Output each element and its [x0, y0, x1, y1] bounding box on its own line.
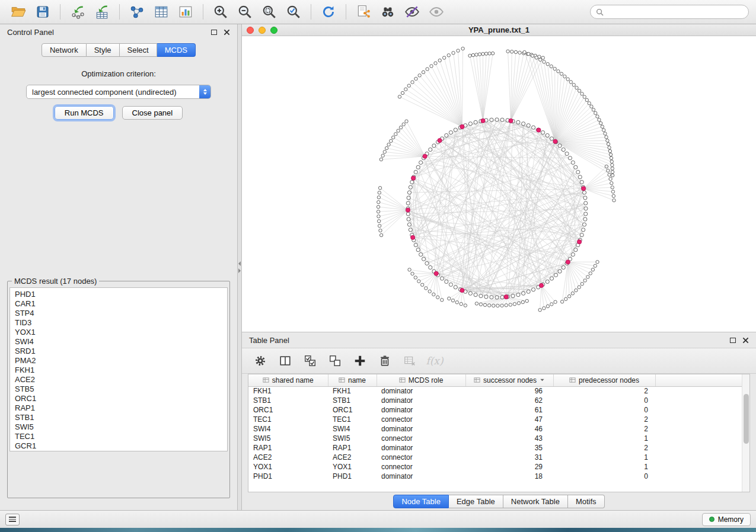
table-row[interactable]: SWI5SWI5connector431 [248, 434, 743, 443]
float-table-panel-icon[interactable] [730, 338, 736, 343]
mcds-result-item[interactable]: PMA2 [10, 356, 227, 366]
cell-name[interactable]: ORC1 [328, 405, 377, 415]
cell-role[interactable]: dominator [377, 405, 465, 415]
cell-name[interactable]: SWI5 [328, 434, 377, 443]
cell-shared-name[interactable]: TEC1 [248, 415, 328, 424]
cell-pred[interactable]: 1 [553, 462, 655, 472]
cell-pred[interactable]: 0 [553, 405, 655, 415]
table-row[interactable]: SWI4SWI4dominator462 [248, 424, 743, 434]
cell-role[interactable]: connector [377, 462, 465, 472]
hide-panels-button[interactable] [401, 2, 423, 21]
table-settings-button[interactable] [250, 352, 270, 370]
cell-role[interactable]: dominator [377, 386, 465, 396]
cell-succ[interactable]: 29 [465, 462, 553, 472]
cell-pred[interactable]: 2 [553, 386, 655, 396]
mcds-result-item[interactable]: FKH1 [10, 366, 227, 375]
open-session-button[interactable] [7, 2, 30, 21]
network-graph[interactable] [242, 36, 756, 332]
column-header-mcds-role[interactable]: MCDS role [377, 374, 465, 386]
table-row[interactable]: PHD1PHD1dominator180 [248, 472, 743, 481]
cell-name[interactable]: YOX1 [328, 462, 377, 472]
table-row[interactable]: ACE2ACE2connector311 [248, 453, 743, 462]
minimize-window-button[interactable] [259, 27, 266, 34]
cell-name[interactable]: PHD1 [328, 472, 377, 481]
panel-splitter[interactable] [237, 24, 242, 510]
table-row[interactable]: STB1STB1dominator620 [248, 396, 743, 405]
mcds-result-item[interactable]: SWI4 [10, 337, 227, 347]
cell-pred[interactable]: 2 [553, 443, 655, 453]
cell-succ[interactable]: 35 [465, 443, 553, 453]
run-mcds-button[interactable]: Run MCDS [55, 106, 114, 120]
zoom-fit-button[interactable] [258, 2, 280, 21]
cell-succ[interactable]: 47 [465, 415, 553, 424]
close-panel-button[interactable]: Close panel [122, 106, 183, 120]
memory-button[interactable]: Memory [702, 513, 751, 526]
mcds-result-item[interactable]: SRD1 [10, 347, 227, 356]
cell-name[interactable]: STB1 [328, 396, 377, 405]
table-row[interactable]: YOX1YOX1connector291 [248, 462, 743, 472]
deselect-all-button[interactable] [325, 352, 345, 370]
mcds-result-item[interactable]: SWI5 [10, 422, 227, 432]
column-header-predecessor-nodes[interactable]: predecessor nodes [553, 374, 655, 386]
cell-role[interactable]: dominator [377, 472, 465, 481]
collapse-left-icon[interactable] [238, 261, 241, 266]
cell-pred[interactable]: 1 [553, 434, 655, 443]
close-panel-icon[interactable] [224, 29, 230, 36]
cell-role[interactable]: dominator [377, 424, 465, 434]
save-session-button[interactable] [31, 2, 54, 21]
cell-name[interactable]: FKH1 [328, 386, 377, 396]
mcds-result-item[interactable]: RAP1 [10, 403, 227, 413]
tab-network[interactable]: Network [42, 43, 87, 57]
cell-succ[interactable]: 62 [465, 396, 553, 405]
cell-name[interactable]: RAP1 [328, 443, 377, 453]
cell-role[interactable]: dominator [377, 443, 465, 453]
cell-pred[interactable]: 0 [553, 396, 655, 405]
mcds-result-item[interactable]: PHD1 [10, 290, 227, 299]
cell-pred[interactable]: 2 [553, 415, 655, 424]
cell-role[interactable]: dominator [377, 396, 465, 405]
add-row-button[interactable] [350, 352, 370, 370]
cell-pred[interactable]: 1 [553, 453, 655, 462]
cell-shared-name[interactable]: YOX1 [248, 462, 328, 472]
table-row[interactable]: TEC1TEC1connector472 [248, 415, 743, 424]
mcds-result-item[interactable]: ORC1 [10, 394, 227, 403]
cell-succ[interactable]: 61 [465, 405, 553, 415]
collapse-right-icon[interactable] [238, 268, 241, 273]
search-field[interactable] [590, 5, 749, 19]
table-row[interactable]: ORC1ORC1dominator610 [248, 405, 743, 415]
cell-pred[interactable]: 0 [553, 472, 655, 481]
mcds-result-item[interactable]: ACE2 [10, 375, 227, 384]
network-table-button[interactable] [150, 2, 173, 21]
mcds-result-item[interactable]: TID3 [10, 318, 227, 328]
function-builder-button[interactable]: f(x) [425, 352, 445, 370]
tab-node-table[interactable]: Node Table [393, 495, 449, 508]
network-canvas[interactable] [242, 36, 756, 332]
mcds-result-list[interactable]: PHD1CAR1STP4TID3YOX1SWI4SRD1PMA2FKH1ACE2… [9, 287, 228, 451]
zoom-selected-button[interactable] [282, 2, 305, 21]
mcds-result-item[interactable]: TEC1 [10, 432, 227, 441]
select-all-button[interactable] [300, 352, 320, 370]
share-network-button[interactable] [352, 2, 375, 21]
show-panels-button[interactable] [425, 2, 448, 21]
column-header-name[interactable]: name [328, 374, 377, 386]
table-scrollbar[interactable] [742, 374, 749, 492]
zoom-window-button[interactable] [270, 27, 277, 34]
zoom-in-button[interactable] [209, 2, 232, 21]
column-header-successor-nodes[interactable]: successor nodes [465, 374, 553, 386]
cell-shared-name[interactable]: STB1 [248, 396, 328, 405]
mcds-result-item[interactable]: STB1 [10, 413, 227, 422]
cell-shared-name[interactable]: SWI5 [248, 434, 328, 443]
cell-role[interactable]: connector [377, 415, 465, 424]
cell-role[interactable]: connector [377, 434, 465, 443]
column-header-shared-name[interactable]: shared name [248, 374, 328, 386]
delete-row-button[interactable] [375, 352, 395, 370]
search-input[interactable] [607, 8, 743, 16]
import-table-button[interactable] [91, 2, 113, 21]
cell-shared-name[interactable]: ACE2 [248, 453, 328, 462]
zoom-out-button[interactable] [234, 2, 256, 21]
cell-role[interactable]: connector [377, 453, 465, 462]
criterion-select[interactable]: largest connected component (undirected) [26, 85, 211, 99]
cell-shared-name[interactable]: ORC1 [248, 405, 328, 415]
mcds-result-item[interactable]: STB5 [10, 384, 227, 394]
cell-succ[interactable]: 18 [465, 472, 553, 481]
